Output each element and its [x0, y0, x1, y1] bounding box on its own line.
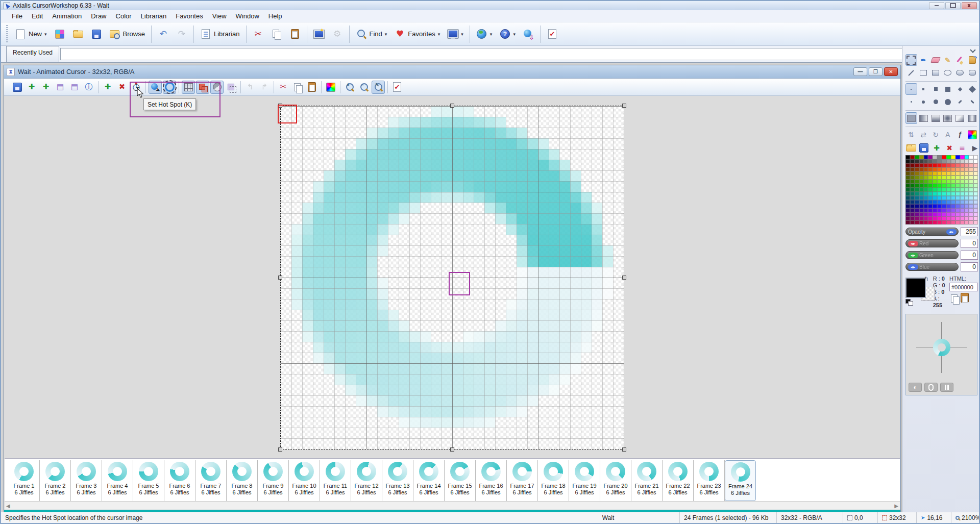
pixel[interactable]: [442, 117, 452, 128]
pixel[interactable]: [506, 363, 517, 374]
pixel[interactable]: [559, 245, 570, 256]
pixel[interactable]: [549, 192, 559, 203]
pixel[interactable]: [484, 181, 495, 192]
pixel[interactable]: [559, 299, 570, 310]
color-swatch[interactable]: [951, 163, 955, 167]
color-swatch[interactable]: [905, 220, 910, 224]
pixel[interactable]: [495, 406, 506, 417]
pixel[interactable]: [377, 213, 388, 224]
pixel[interactable]: [592, 213, 602, 224]
pixel[interactable]: [484, 342, 495, 353]
pixel[interactable]: [463, 106, 474, 117]
pixel[interactable]: [399, 181, 409, 192]
pixel[interactable]: [549, 256, 559, 267]
pixel[interactable]: [388, 363, 399, 374]
color-swatch[interactable]: [910, 155, 915, 159]
pixel[interactable]: [474, 181, 484, 192]
pixel[interactable]: [388, 170, 399, 181]
dropdown-arrow-icon[interactable]: ▾: [44, 32, 47, 37]
color-swatch[interactable]: [928, 180, 933, 184]
pixel[interactable]: [399, 192, 409, 203]
pixel[interactable]: [388, 213, 399, 224]
pixel[interactable]: [431, 363, 442, 374]
pixel[interactable]: [420, 138, 431, 149]
web-button[interactable]: ▾: [473, 24, 496, 44]
pixel[interactable]: [474, 363, 484, 374]
color-swatch[interactable]: [933, 212, 937, 216]
pixel[interactable]: [399, 363, 409, 374]
pixel[interactable]: [399, 213, 409, 224]
pixel[interactable]: [345, 385, 356, 395]
pixel[interactable]: [431, 417, 442, 428]
pixel[interactable]: [334, 342, 345, 353]
color-swatch[interactable]: [960, 208, 965, 212]
pixel[interactable]: [506, 203, 517, 213]
color-swatch[interactable]: [973, 208, 978, 212]
pixel[interactable]: [602, 288, 613, 299]
color-swatch[interactable]: [942, 208, 946, 212]
color-swatch[interactable]: [928, 171, 933, 176]
color-swatch[interactable]: [915, 184, 919, 188]
color-swatch[interactable]: [946, 171, 951, 176]
pixel[interactable]: [377, 224, 388, 235]
color-swatch[interactable]: [928, 220, 933, 224]
set-hot-spot-button[interactable]: [149, 81, 162, 94]
pixel[interactable]: [366, 192, 377, 203]
save-button[interactable]: [87, 24, 106, 44]
pixel[interactable]: [592, 224, 602, 235]
color-swatch[interactable]: [955, 180, 960, 184]
pixel[interactable]: [313, 331, 324, 342]
color-swatch[interactable]: [905, 180, 910, 184]
pixel[interactable]: [495, 374, 506, 385]
pixel[interactable]: [538, 235, 549, 245]
opacity-slider[interactable]: Opacity◂▸: [905, 228, 959, 236]
paste-frame-button[interactable]: [305, 81, 318, 94]
pixel[interactable]: [474, 374, 484, 385]
pixel[interactable]: [356, 331, 366, 342]
pixel[interactable]: [549, 235, 559, 245]
color-swatch[interactable]: [955, 188, 960, 192]
pixel[interactable]: [431, 149, 442, 160]
pixel[interactable]: [570, 181, 581, 192]
pixel[interactable]: [442, 170, 452, 181]
pixel[interactable]: [334, 181, 345, 192]
pixel[interactable]: [324, 299, 334, 310]
color-swatch[interactable]: [924, 216, 928, 220]
pixel[interactable]: [592, 235, 602, 245]
pixel[interactable]: [527, 331, 538, 342]
pixel[interactable]: [442, 160, 452, 170]
pixel[interactable]: [495, 213, 506, 224]
pixel[interactable]: [388, 160, 399, 170]
palette-add-button[interactable]: ✚: [931, 142, 942, 154]
color-swatch[interactable]: [965, 220, 969, 224]
color-swatch[interactable]: [946, 184, 951, 188]
color-swatch[interactable]: [924, 167, 928, 171]
pixel[interactable]: [495, 353, 506, 363]
color-swatch[interactable]: [915, 216, 919, 220]
color-swatch[interactable]: [965, 184, 969, 188]
pixel[interactable]: [602, 256, 613, 267]
pixel[interactable]: [409, 170, 420, 181]
pixel[interactable]: [356, 203, 366, 213]
pixel[interactable]: [377, 138, 388, 149]
pixel[interactable]: [324, 256, 334, 267]
pixel[interactable]: [345, 160, 356, 170]
pixel[interactable]: [495, 128, 506, 138]
pixel[interactable]: [313, 320, 324, 331]
frame-item[interactable]: Frame 226 Jiffies: [663, 460, 694, 501]
color-swatch[interactable]: [915, 196, 919, 200]
color-swatch[interactable]: [951, 200, 955, 204]
color-swatch[interactable]: [955, 159, 960, 163]
pixel[interactable]: [538, 181, 549, 192]
color-swatch[interactable]: [951, 180, 955, 184]
pixel[interactable]: [345, 374, 356, 385]
pixel[interactable]: [334, 331, 345, 342]
zoom-tool-button[interactable]: ✎: [372, 81, 385, 94]
show-grid-button[interactable]: [182, 81, 195, 94]
pixel[interactable]: [334, 235, 345, 245]
pixel[interactable]: [399, 203, 409, 213]
pixel[interactable]: [463, 342, 474, 353]
pixel[interactable]: [420, 385, 431, 395]
pixel[interactable]: [517, 267, 527, 278]
color-swatch[interactable]: [969, 155, 973, 159]
